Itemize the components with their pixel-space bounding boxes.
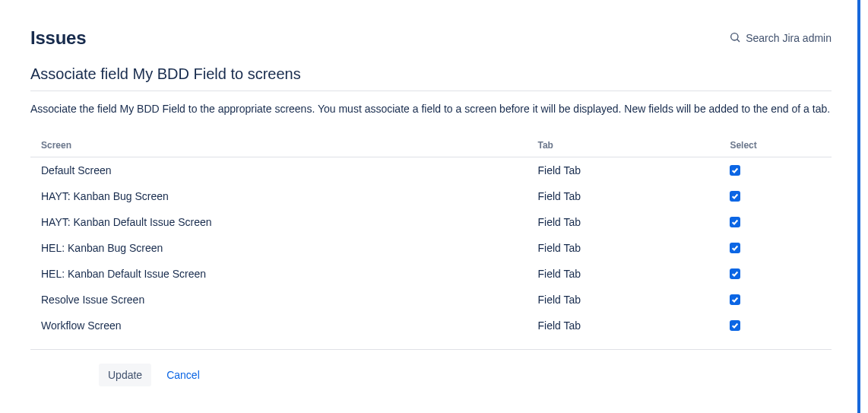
- screen-name: HEL: Kanban Bug Screen: [30, 235, 527, 261]
- update-button[interactable]: Update: [99, 364, 151, 386]
- svg-point-0: [731, 33, 738, 40]
- select-checkbox[interactable]: [730, 268, 740, 279]
- svg-line-1: [737, 39, 740, 41]
- select-cell: [719, 261, 832, 287]
- column-header-select: Select: [719, 134, 832, 157]
- table-row: HAYT: Kanban Bug ScreenField Tab: [30, 183, 832, 209]
- table-row: Default ScreenField Tab: [30, 157, 832, 183]
- select-checkbox[interactable]: [730, 243, 740, 253]
- tab-name: Field Tab: [527, 235, 719, 261]
- screen-name: HAYT: Kanban Bug Screen: [30, 183, 527, 209]
- screen-name: Default Screen: [30, 157, 527, 183]
- column-header-screen: Screen: [30, 134, 527, 157]
- table-row: HEL: Kanban Bug ScreenField Tab: [30, 235, 832, 261]
- tab-name: Field Tab: [527, 157, 719, 183]
- table-row: Workflow ScreenField Tab: [30, 313, 832, 338]
- screen-name: Workflow Screen: [30, 313, 527, 338]
- select-cell: [719, 183, 832, 209]
- table-row: Resolve Issue ScreenField Tab: [30, 287, 832, 313]
- page-title: Issues: [30, 27, 86, 49]
- search-jira-admin[interactable]: Search Jira admin: [729, 31, 832, 46]
- select-cell: [719, 313, 832, 338]
- select-cell: [719, 287, 832, 313]
- select-checkbox[interactable]: [730, 217, 740, 227]
- table-row: HEL: Kanban Default Issue ScreenField Ta…: [30, 261, 832, 287]
- search-label: Search Jira admin: [746, 32, 832, 44]
- select-checkbox[interactable]: [730, 294, 740, 305]
- table-row: HAYT: Kanban Default Issue ScreenField T…: [30, 209, 832, 235]
- section-title: Associate field My BDD Field to screens: [30, 65, 832, 91]
- cancel-link[interactable]: Cancel: [166, 369, 200, 381]
- select-cell: [719, 157, 832, 183]
- screen-name: HEL: Kanban Default Issue Screen: [30, 261, 527, 287]
- right-panel-edge: [857, 0, 868, 413]
- screen-name: Resolve Issue Screen: [30, 287, 527, 313]
- column-header-tab: Tab: [527, 134, 719, 157]
- select-cell: [719, 235, 832, 261]
- select-checkbox[interactable]: [730, 165, 740, 176]
- select-cell: [719, 209, 832, 235]
- screens-table: Screen Tab Select Default ScreenField Ta…: [30, 134, 832, 338]
- tab-name: Field Tab: [527, 183, 719, 209]
- search-icon: [729, 31, 741, 46]
- tab-name: Field Tab: [527, 261, 719, 287]
- screen-name: HAYT: Kanban Default Issue Screen: [30, 209, 527, 235]
- tab-name: Field Tab: [527, 209, 719, 235]
- actions-bar: Update Cancel: [30, 349, 832, 386]
- select-checkbox[interactable]: [730, 191, 740, 202]
- tab-name: Field Tab: [527, 313, 719, 338]
- tab-name: Field Tab: [527, 287, 719, 313]
- section-description: Associate the field My BDD Field to the …: [30, 102, 832, 117]
- select-checkbox[interactable]: [730, 320, 740, 331]
